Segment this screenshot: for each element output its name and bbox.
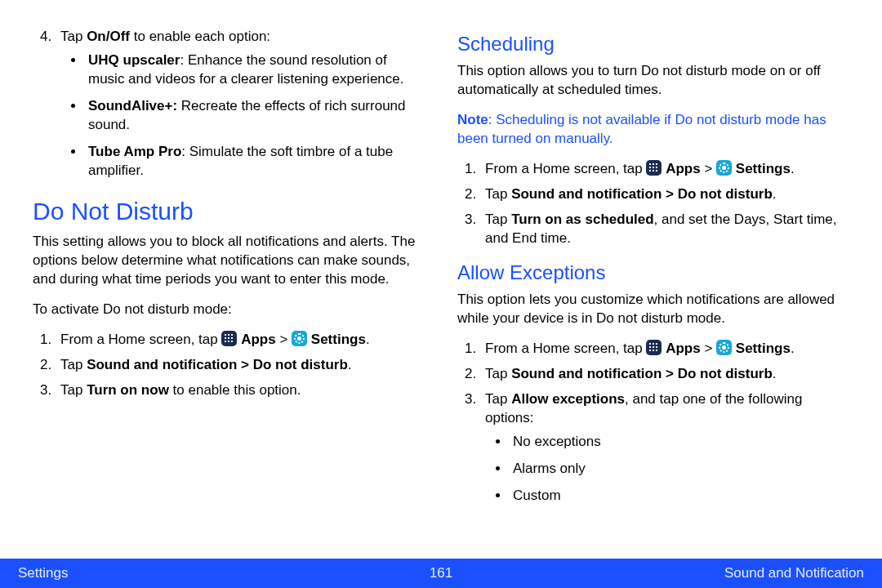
do-not-disturb-heading: Do Not Disturb xyxy=(33,195,425,229)
apps-icon xyxy=(221,331,237,346)
activate-steps: From a Home screen, tap Apps > Settings.… xyxy=(33,331,425,400)
scheduling-intro: This option allows you to turn Do not di… xyxy=(457,62,849,100)
allow-step-2: Tap Sound and notification > Do not dist… xyxy=(480,365,849,384)
exception-none: No exceptions xyxy=(510,433,849,452)
exception-custom: Custom xyxy=(510,487,849,506)
apps-icon xyxy=(646,340,662,355)
left-column: Tap On/Off to enable each option: UHQ up… xyxy=(24,24,441,559)
settings-icon xyxy=(292,331,307,346)
step-4-text: Tap On/Off to enable each option: xyxy=(60,29,270,44)
opt-tubeamp: Tube Amp Pro: Simulate the soft timbre o… xyxy=(85,143,425,180)
allow-step-1: From a Home screen, tap Apps > Settings. xyxy=(480,340,849,359)
exception-alarms: Alarms only xyxy=(510,460,849,479)
scheduling-steps: From a Home screen, tap Apps > Settings.… xyxy=(457,160,849,248)
activate-step-2: Tap Sound and notification > Do not dist… xyxy=(56,356,425,375)
allow-exceptions-heading: Allow Exceptions xyxy=(457,260,849,286)
settings-icon xyxy=(716,160,732,176)
apps-icon xyxy=(646,160,662,176)
right-column: Scheduling This option allows you to tur… xyxy=(441,24,858,559)
sound-options-bullets: UHQ upscaler: Enhance the sound resoluti… xyxy=(60,51,425,180)
settings-icon xyxy=(716,340,732,355)
footer-page-number: 161 xyxy=(198,565,684,581)
opt-soundalive: SoundAlive+: Recreate the effects of ric… xyxy=(85,97,425,135)
allow-step-3: Tap Allow exceptions, and tap one of the… xyxy=(480,390,849,506)
step-4: Tap On/Off to enable each option: UHQ up… xyxy=(56,28,425,180)
scheduling-heading: Scheduling xyxy=(457,31,849,57)
activate-label: To activate Do not disturb mode: xyxy=(33,301,425,319)
opt-uhq: UHQ upscaler: Enhance the sound resoluti… xyxy=(85,51,425,89)
sound-options-continued: Tap On/Off to enable each option: UHQ up… xyxy=(33,28,425,180)
allow-exceptions-intro: This option lets you customize which not… xyxy=(457,291,849,328)
activate-step-3: Tap Turn on now to enable this option. xyxy=(56,381,425,400)
scheduling-step-3: Tap Turn on as scheduled, and set the Da… xyxy=(480,211,849,248)
activate-step-1: From a Home screen, tap Apps > Settings. xyxy=(56,331,425,350)
scheduling-step-1: From a Home screen, tap Apps > Settings. xyxy=(480,160,849,179)
allow-exceptions-steps: From a Home screen, tap Apps > Settings.… xyxy=(457,340,849,506)
footer-subsection: Sound and Notification xyxy=(684,565,864,581)
page-footer: Settings 161 Sound and Notification xyxy=(0,559,882,588)
footer-section: Settings xyxy=(18,565,198,581)
scheduling-step-2: Tap Sound and notification > Do not dist… xyxy=(480,185,849,204)
do-not-disturb-intro: This setting allows you to block all not… xyxy=(33,233,425,289)
scheduling-note: Note: Scheduling is not available if Do … xyxy=(457,111,849,149)
exceptions-bullets: No exceptions Alarms only Custom xyxy=(485,433,849,506)
